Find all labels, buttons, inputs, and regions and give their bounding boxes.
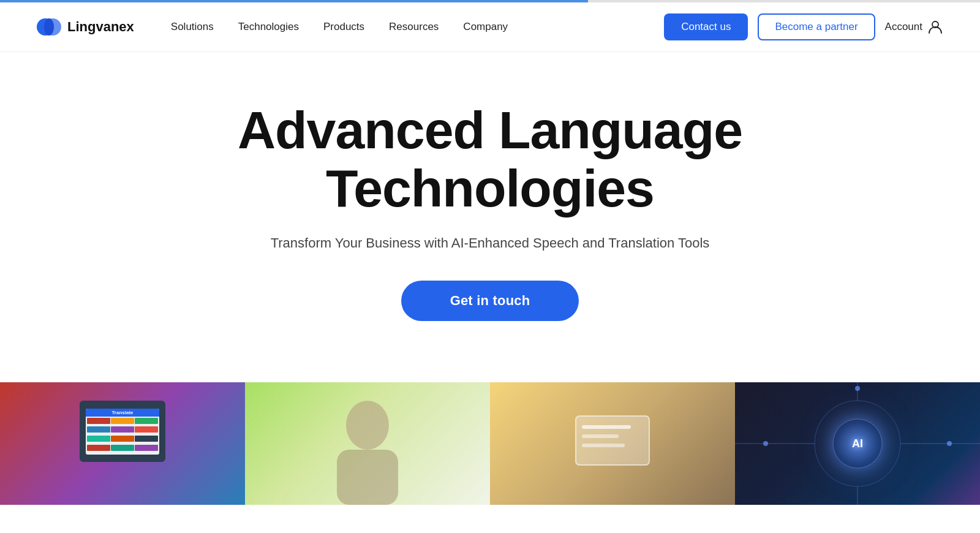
hero-section: Advanced Language Technologies Transform… — [0, 52, 980, 358]
become-partner-button[interactable]: Become a partner — [758, 13, 875, 40]
card-ai: AI — [735, 382, 980, 505]
laptop-illustration: Translate — [80, 401, 165, 462]
nav-item-technologies[interactable]: Technologies — [238, 21, 299, 33]
card-translate: Translate — [0, 382, 245, 505]
svg-point-18 — [855, 386, 860, 391]
header-left: Lingvanex Solutions Technologies Product… — [37, 15, 508, 39]
document-illustration — [564, 404, 662, 483]
hero-subtitle: Transform Your Business with AI-Enhanced… — [271, 235, 710, 251]
circuit-lines — [735, 382, 980, 505]
nav-item-solutions[interactable]: Solutions — [171, 21, 214, 33]
svg-rect-6 — [576, 416, 649, 465]
header: Lingvanex Solutions Technologies Product… — [0, 2, 980, 52]
header-right: Contact us Become a partner Account — [664, 13, 943, 40]
svg-point-11 — [815, 401, 900, 486]
get-in-touch-button[interactable]: Get in touch — [401, 281, 579, 321]
account-label: Account — [885, 21, 922, 33]
svg-rect-9 — [582, 444, 625, 447]
svg-point-2 — [44, 18, 54, 36]
svg-point-4 — [346, 401, 389, 450]
nav-item-company[interactable]: Company — [463, 21, 508, 33]
hero-title: Advanced Language Technologies — [238, 101, 742, 217]
nav-item-products[interactable]: Products — [323, 21, 364, 33]
svg-rect-7 — [582, 425, 631, 429]
svg-rect-5 — [337, 450, 398, 505]
card-translate-content: Translate — [0, 382, 245, 505]
svg-point-10 — [833, 419, 882, 468]
card-person — [245, 382, 490, 505]
main-nav: Solutions Technologies Products Resource… — [171, 21, 508, 33]
svg-point-17 — [947, 441, 952, 446]
logo[interactable]: Lingvanex — [37, 15, 134, 39]
svg-point-16 — [763, 441, 768, 446]
lingvanex-logo-icon — [37, 15, 61, 39]
person-silhouette — [312, 388, 423, 505]
main-content: Advanced Language Technologies Transform… — [0, 52, 980, 505]
account-user-icon — [927, 19, 943, 35]
logo-text: Lingvanex — [67, 19, 134, 35]
card-document — [490, 382, 735, 505]
nav-item-resources[interactable]: Resources — [389, 21, 439, 33]
contact-us-button[interactable]: Contact us — [664, 13, 748, 40]
cards-section: Translate — [0, 382, 980, 505]
account-menu[interactable]: Account — [885, 19, 943, 35]
laptop-screen: Translate — [86, 409, 159, 455]
svg-rect-8 — [582, 434, 619, 438]
